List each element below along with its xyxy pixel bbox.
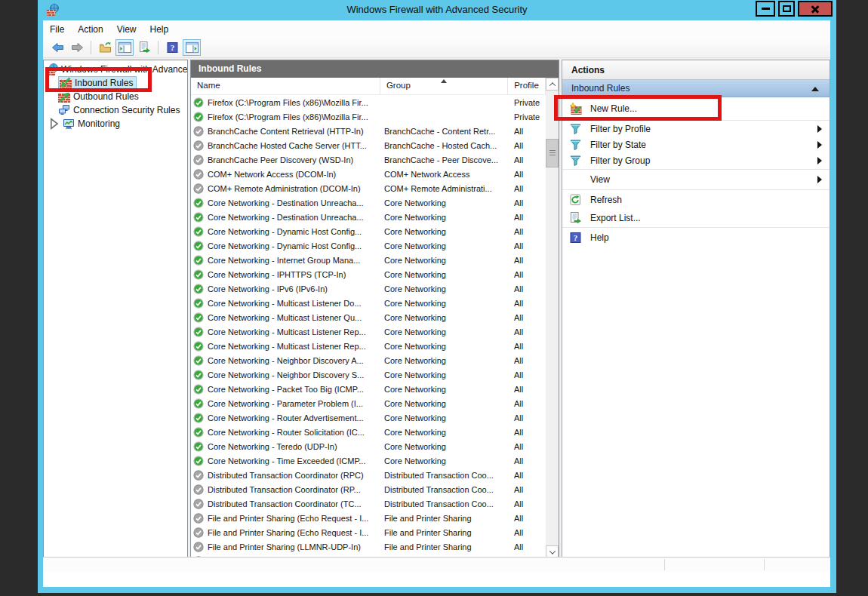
rule-profile: All (509, 485, 546, 494)
table-row[interactable]: BranchCache Content Retrieval (HTTP-In)B… (191, 124, 546, 138)
toolbar-export-list-button[interactable] (135, 39, 153, 56)
toolbar-forward-button[interactable] (68, 39, 86, 56)
rule-profile: All (509, 342, 546, 351)
rule-profile: All (509, 184, 546, 193)
rule-group: Distributed Transaction Coo... (381, 499, 509, 508)
rule-profile: All (509, 442, 546, 451)
table-row[interactable]: File and Printer Sharing (Echo Request -… (191, 511, 546, 525)
table-row[interactable]: Core Networking - Multicast Listener Do.… (191, 296, 546, 310)
enabled-icon (193, 427, 204, 438)
minimize-button[interactable] (756, 1, 775, 17)
table-row[interactable]: Core Networking - Destination Unreacha..… (191, 195, 546, 210)
rule-profile: Private (509, 112, 546, 121)
table-row[interactable]: Core Networking - Multicast Listener Rep… (191, 339, 546, 353)
table-row[interactable]: Core Networking - Dynamic Host Config...… (191, 238, 546, 253)
rule-profile: All (509, 542, 546, 551)
column-header-name[interactable]: Name (191, 78, 380, 94)
tree-item-connection-security-rules[interactable]: Connection Security Rules (44, 103, 187, 117)
action-export-list[interactable]: Export List... (562, 209, 830, 227)
scrollbar-thumb[interactable] (546, 139, 559, 167)
table-row[interactable]: Core Networking - Neighbor Discovery A..… (191, 353, 546, 367)
disabled-icon (193, 140, 204, 151)
action-filter-by-profile[interactable]: Filter by Profile (562, 121, 830, 137)
rule-name: Core Networking - Multicast Listener Rep… (208, 342, 381, 351)
toolbar-back-button[interactable] (48, 39, 66, 56)
table-row[interactable]: Core Networking - Dynamic Host Config...… (191, 224, 546, 238)
menu-file[interactable]: File (50, 24, 64, 35)
table-row[interactable]: Core Networking - IPHTTPS (TCP-In)Core N… (191, 267, 546, 281)
toolbar-show-action-pane-button[interactable] (183, 39, 201, 56)
table-row[interactable]: File and Printer Sharing (LLMNR-UDP-In)F… (191, 539, 546, 554)
table-row[interactable]: Distributed Transaction Coordinator (RP.… (191, 482, 546, 496)
toolbar-separator (158, 41, 159, 54)
tree-item-monitoring[interactable]: Monitoring (44, 117, 187, 131)
rule-profile: All (509, 385, 546, 394)
table-row[interactable]: File and Printer Sharing (Echo Request -… (191, 525, 546, 539)
table-row[interactable]: Core Networking - Multicast Listener Rep… (191, 324, 546, 339)
table-row[interactable]: Core Networking - Router Advertisement..… (191, 410, 546, 425)
menu-view[interactable]: View (117, 24, 137, 35)
rule-name: Distributed Transaction Coordinator (RP.… (208, 485, 381, 494)
action-filter-by-state[interactable]: Filter by State (562, 137, 830, 152)
rule-profile: All (509, 313, 546, 322)
actions-pane: Actions Inbound Rules New Rule...Filter … (562, 60, 830, 572)
toolbar-help-button[interactable]: ? (163, 39, 181, 56)
rule-group: Core Networking (381, 270, 509, 279)
table-row[interactable]: Core Networking - Parameter Problem (I..… (191, 396, 546, 410)
action-help[interactable]: ?Help (562, 228, 830, 247)
actions-group-header[interactable]: Inbound Rules (562, 80, 830, 97)
tree-item-inbound-rules[interactable]: Inbound Rules (44, 76, 187, 90)
table-row[interactable]: COM+ Remote Administration (DCOM-In)COM+… (191, 181, 546, 195)
table-row[interactable]: Core Networking - Time Exceeded (ICMP...… (191, 453, 546, 468)
tree-selection: Inbound Rules (58, 76, 137, 90)
table-row[interactable]: BranchCache Hosted Cache Server (HTT...B… (191, 138, 546, 152)
tree-item-label: Monitoring (78, 118, 120, 129)
menu-action[interactable]: Action (78, 24, 103, 35)
menu-help[interactable]: Help (150, 24, 169, 35)
rule-profile: All (509, 213, 546, 222)
action-label: Filter by Group (590, 155, 650, 166)
toolbar-folder-button[interactable] (96, 39, 114, 56)
export-list-icon (569, 212, 582, 224)
app-window: Windows Firewall with Advanced Security … (38, 0, 836, 593)
table-row[interactable]: Distributed Transaction Coordinator (TC.… (191, 496, 546, 511)
enabled-icon (193, 269, 204, 280)
enabled-icon (193, 370, 204, 380)
table-row[interactable]: Core Networking - Teredo (UDP-In)Core Ne… (191, 439, 546, 453)
disabled-icon (193, 126, 204, 137)
window-title: Windows Firewall with Advanced Security (38, 4, 836, 15)
table-row[interactable]: Distributed Transaction Coordinator (RPC… (191, 468, 546, 482)
status-bar (43, 557, 830, 572)
maximize-button[interactable] (778, 1, 795, 17)
table-row[interactable]: Core Networking - Router Solicitation (I… (191, 425, 546, 439)
table-row[interactable]: Core Networking - Neighbor Discovery S..… (191, 367, 546, 382)
enabled-icon (193, 241, 204, 251)
rules-vertical-scrollbar[interactable] (546, 78, 559, 558)
column-header-group[interactable]: Group (380, 78, 508, 94)
forward-icon (71, 41, 84, 54)
table-row[interactable]: Core Networking - Multicast Listener Qu.… (191, 310, 546, 324)
table-row[interactable]: Firefox (C:\Program Files (x86)\Mozilla … (191, 109, 546, 124)
toolbar-show-console-tree-button[interactable] (115, 39, 134, 56)
action-view[interactable]: View (562, 170, 830, 189)
rule-name: Core Networking - IPv6 (IPv6-In) (208, 284, 381, 293)
action-refresh[interactable]: Refresh (562, 190, 830, 209)
table-row[interactable]: Core Networking - IPv6 (IPv6-In)Core Net… (191, 281, 546, 296)
rule-name: Core Networking - Multicast Listener Do.… (208, 299, 381, 308)
table-row[interactable]: Core Networking - Destination Unreacha..… (191, 210, 546, 224)
collapse-icon[interactable] (811, 87, 819, 91)
table-row[interactable]: BranchCache Peer Discovery (WSD-In)Branc… (191, 152, 546, 167)
table-row[interactable]: Firefox (C:\Program Files (x86)\Mozilla … (191, 95, 546, 109)
rule-group: Core Networking (381, 198, 509, 207)
table-row[interactable]: Core Networking - Internet Group Mana...… (191, 253, 546, 267)
close-button[interactable] (798, 1, 833, 17)
table-row[interactable]: Core Networking - Packet Too Big (ICMP..… (191, 382, 546, 396)
tree-root-item[interactable]: Windows Firewall with Advance (44, 63, 187, 76)
enabled-icon (193, 112, 204, 122)
tree-item-outbound-rules[interactable]: Outbound Rules (44, 90, 187, 103)
action-filter-by-group[interactable]: Filter by Group (562, 152, 830, 169)
column-header-profile[interactable]: Profile (508, 78, 546, 94)
action-new-rule[interactable]: New Rule... (562, 97, 830, 120)
table-row[interactable]: COM+ Network Access (DCOM-In)COM+ Networ… (191, 167, 546, 181)
scroll-up-button[interactable] (546, 78, 559, 91)
